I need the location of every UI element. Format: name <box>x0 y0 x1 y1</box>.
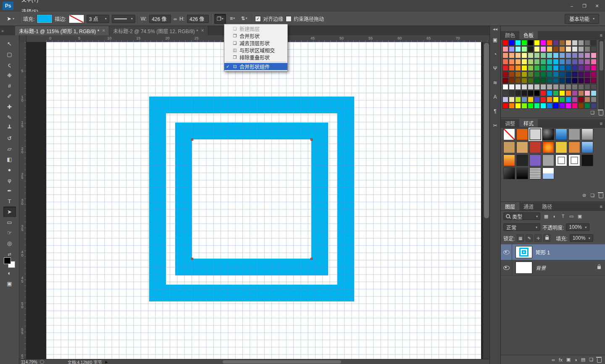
path-anchor-point[interactable] <box>310 258 313 260</box>
color-swatch[interactable] <box>547 46 552 52</box>
color-swatch[interactable] <box>521 46 527 52</box>
panel-expand-icon[interactable]: ◀◀ <box>493 26 497 33</box>
shape-height-input[interactable]: 426 像 <box>187 15 209 23</box>
color-swatch[interactable] <box>515 103 521 109</box>
color-swatch[interactable] <box>509 59 515 65</box>
color-swatch[interactable] <box>572 103 578 109</box>
color-swatch[interactable] <box>578 65 584 71</box>
color-swatch[interactable] <box>547 97 552 102</box>
color-swatch[interactable] <box>584 65 590 71</box>
color-swatch[interactable] <box>509 71 515 77</box>
color-swatch[interactable] <box>553 46 559 52</box>
color-swatch[interactable] <box>528 46 534 52</box>
path-arrangement-button[interactable]: ⇅▾ <box>239 14 250 23</box>
color-swatch[interactable] <box>521 40 527 46</box>
color-swatch[interactable] <box>540 40 546 46</box>
color-swatch[interactable] <box>509 40 515 46</box>
healing-brush-tool[interactable]: ✚ <box>3 102 16 112</box>
path-anchor-point[interactable] <box>310 139 313 141</box>
style-thumbnail[interactable] <box>581 155 593 166</box>
color-swatch[interactable] <box>572 71 578 77</box>
color-swatch[interactable] <box>553 65 559 71</box>
style-thumbnail[interactable] <box>542 155 554 166</box>
color-swatch[interactable] <box>502 84 508 90</box>
path-anchor-point[interactable] <box>191 139 193 141</box>
horizontal-scrollbar-thumb[interactable] <box>223 360 341 364</box>
color-swatch[interactable] <box>515 40 521 46</box>
color-swatch[interactable] <box>584 84 590 90</box>
color-swatch[interactable] <box>547 71 552 77</box>
layer-visibility-toggle[interactable] <box>501 260 512 275</box>
fill-color-swatch[interactable] <box>37 15 52 23</box>
color-swatch[interactable] <box>584 59 590 65</box>
color-swatch[interactable] <box>553 90 559 96</box>
color-swatch[interactable] <box>584 78 590 84</box>
add-layer-mask-icon[interactable]: ▣ <box>566 357 571 362</box>
filter-type-layers-icon[interactable]: T <box>559 212 567 220</box>
color-swatch[interactable] <box>534 84 540 90</box>
color-swatch[interactable] <box>540 78 546 84</box>
brush-tool[interactable]: ✎ <box>3 112 16 123</box>
color-swatch[interactable] <box>502 59 508 65</box>
opacity-select[interactable]: 100% ▾ <box>566 223 589 231</box>
color-swatch[interactable] <box>553 52 559 58</box>
color-swatch[interactable] <box>566 65 571 71</box>
stroke-type-field[interactable]: ▾ <box>112 15 135 23</box>
layers-tab-通道[interactable]: 通道 <box>519 202 538 210</box>
color-swatch[interactable] <box>591 59 597 65</box>
color-swatch[interactable] <box>584 46 590 52</box>
color-swatch[interactable] <box>591 78 597 84</box>
document-tab-1[interactable]: 未标题-1 @ 115% (矩形 1, RGB/8) *× <box>15 26 109 35</box>
color-swatch[interactable] <box>559 90 565 96</box>
color-swatch[interactable] <box>515 46 521 52</box>
style-thumbnail[interactable] <box>503 128 515 140</box>
layer-filter-kind[interactable]: 类型 ▾ <box>503 212 540 220</box>
style-thumbnail[interactable] <box>542 168 554 179</box>
swap-colors-icon[interactable]: ⇄ <box>8 252 11 257</box>
color-swatch[interactable] <box>578 59 584 65</box>
filter-adjustment-layers-icon[interactable]: ◐ <box>551 212 558 220</box>
color-swatch[interactable] <box>584 97 590 102</box>
panel-icon-paragraph[interactable]: ¶ <box>491 107 500 116</box>
color-swatch[interactable] <box>553 78 559 84</box>
color-swatch[interactable] <box>534 90 540 96</box>
foreground-background-colors[interactable] <box>4 257 15 268</box>
delete-swatch-icon[interactable] <box>599 110 603 115</box>
eyedropper-tool[interactable]: ✐ <box>3 91 16 102</box>
color-swatch[interactable] <box>534 71 540 77</box>
history-brush-tool[interactable]: ↺ <box>3 133 16 144</box>
color-swatch[interactable] <box>566 97 571 102</box>
hand-tool[interactable]: ☞ <box>3 228 16 238</box>
color-swatch[interactable] <box>515 71 521 77</box>
panel-icon-character[interactable]: A <box>491 92 500 102</box>
menu-item-减去顶层形状[interactable]: ❑减去顶层形状 <box>224 39 287 47</box>
color-swatch[interactable] <box>559 52 565 58</box>
document-tab-2[interactable]: 未标题-2 @ 74.5% (图层 12, RGB/8) *× <box>109 26 208 35</box>
color-swatch[interactable] <box>566 78 571 84</box>
lock-all-icon[interactable] <box>543 234 550 242</box>
path-operations-button[interactable]: ❐▾ <box>214 14 226 24</box>
style-thumbnail[interactable] <box>503 155 515 166</box>
blend-mode-select[interactable]: 正常 ▾ <box>503 223 540 231</box>
color-swatch[interactable] <box>540 46 546 52</box>
color-swatch[interactable] <box>566 46 571 52</box>
color-swatch[interactable] <box>591 97 597 102</box>
color-swatch[interactable] <box>502 46 508 52</box>
color-swatch[interactable] <box>566 52 571 58</box>
color-swatch[interactable] <box>534 59 540 65</box>
color-swatch[interactable] <box>566 84 571 90</box>
color-swatch[interactable] <box>591 103 597 109</box>
color-swatch[interactable] <box>566 71 571 77</box>
color-swatch[interactable] <box>502 40 508 46</box>
color-swatch[interactable] <box>559 59 565 65</box>
color-swatch[interactable] <box>591 65 597 71</box>
color-swatch[interactable] <box>559 46 565 52</box>
panel-icon-clipping[interactable]: ✂ <box>491 121 500 130</box>
delete-layer-icon[interactable] <box>597 357 602 363</box>
color-swatch[interactable] <box>521 84 527 90</box>
layer-thumbnail[interactable] <box>516 262 532 274</box>
swatches-panel-menu-icon[interactable]: ≡ <box>597 31 605 39</box>
layer-row-矩形 1[interactable]: 矩形 1 <box>501 244 605 260</box>
color-swatch[interactable] <box>547 90 552 96</box>
menu-item-合并形状[interactable]: ❐合并形状 <box>224 32 287 39</box>
